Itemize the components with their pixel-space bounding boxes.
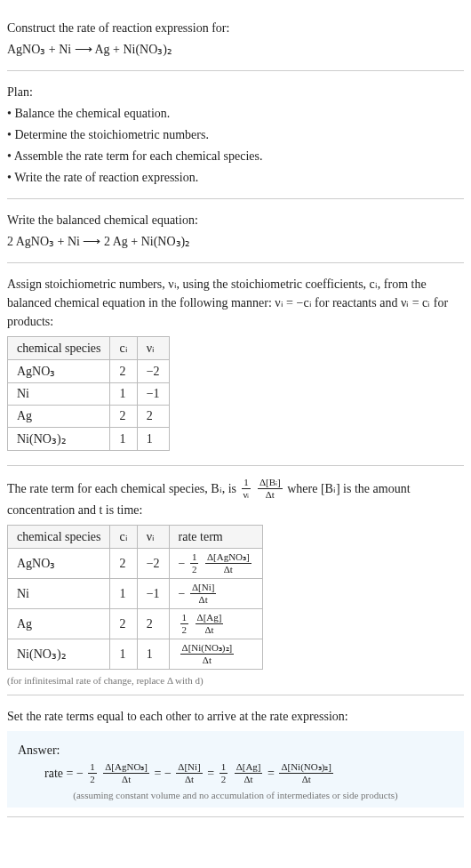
frac-den: Δt <box>180 655 235 665</box>
delta-frac: Δ[Ni] Δt <box>190 583 216 605</box>
plan-item: • Determine the stoichiometric numbers. <box>7 125 464 144</box>
frac-den: Δt <box>103 774 149 784</box>
table-row: Ni 1 −1 − Δ[Ni] Δt <box>8 579 263 609</box>
prompt-title: Construct the rate of reaction expressio… <box>7 19 464 37</box>
rateterm-header: cᵢ <box>110 526 137 549</box>
sign: − <box>179 557 186 570</box>
cell-c: 2 <box>110 549 137 579</box>
stoich-header: chemical species <box>8 337 110 360</box>
sign: − <box>76 767 84 780</box>
answer-assumption: (assuming constant volume and no accumul… <box>18 790 453 800</box>
frac-den: 2 <box>190 564 199 575</box>
cell-c: 2 <box>110 360 137 383</box>
delta-frac: Δ[Ni(NO₃)₂] Δt <box>279 762 333 784</box>
cell-v: −2 <box>137 360 169 383</box>
frac-num: 1 <box>242 478 251 489</box>
frac-den: Δt <box>205 564 251 575</box>
rateterm-section: The rate term for each chemical species,… <box>7 466 464 695</box>
cell-species: Ni <box>8 579 110 609</box>
table-row: Ni(NO₃)₂ 1 1 <box>8 428 170 451</box>
cell-rateterm: − 1 2 Δ[AgNO₃] Δt <box>169 549 262 579</box>
prompt-section: Construct the rate of reaction expressio… <box>7 7 464 71</box>
rateterm-intro-head: The rate term for each chemical species,… <box>7 482 240 495</box>
cell-species: Ni(NO₃)₂ <box>8 639 110 670</box>
frac-num: Δ[Bᵢ] <box>258 478 283 489</box>
plan-section: Plan: • Balance the chemical equation. •… <box>7 71 464 199</box>
table-row: AgNO₃ 2 −2 − 1 2 Δ[AgNO₃] Δt <box>8 549 263 579</box>
frac-den: Δt <box>279 774 333 784</box>
balanced-equation: 2 AgNO₃ + Ni ⟶ 2 Ag + Ni(NO₃)₂ <box>7 232 464 251</box>
rateterm-header: chemical species <box>8 526 110 549</box>
coef-frac: 1 2 <box>220 762 228 784</box>
delta-frac: Δ[Ag] Δt <box>235 762 263 784</box>
rate-label: rate = <box>44 767 76 780</box>
rateterm-header: rate term <box>169 526 262 549</box>
table-row: Ni 1 −1 <box>8 383 170 406</box>
cell-c: 2 <box>110 406 137 428</box>
frac-one-over-nu: 1 νᵢ <box>242 478 251 500</box>
rate-expression: rate = − 1 2 Δ[AgNO₃] Δt = − Δ[Ni] Δt = … <box>44 762 453 784</box>
frac-den: 2 <box>180 624 189 635</box>
frac-den: νᵢ <box>242 489 251 500</box>
frac-den: Δt <box>258 489 283 500</box>
delta-frac: Δ[AgNO₃] Δt <box>103 762 149 784</box>
cell-species: Ni <box>8 383 110 406</box>
frac-num: Δ[Ni(NO₃)₂] <box>180 643 235 655</box>
rateterm-table: chemical species cᵢ νᵢ rate term AgNO₃ 2… <box>7 525 263 670</box>
cell-v: −2 <box>137 549 169 579</box>
frac-delta-b: Δ[Bᵢ] Δt <box>258 478 283 500</box>
balanced-section: Write the balanced chemical equation: 2 … <box>7 199 464 263</box>
coef-frac: 1 2 <box>88 762 97 784</box>
table-row: Ni(NO₃)₂ 1 1 Δ[Ni(NO₃)₂] Δt <box>8 639 263 670</box>
rateterm-header: νᵢ <box>137 526 169 549</box>
cell-c: 1 <box>110 639 137 670</box>
frac-den: Δt <box>235 774 263 784</box>
frac-den: Δt <box>196 624 224 635</box>
final-section: Set the rate terms equal to each other t… <box>7 695 464 817</box>
answer-label: Answer: <box>18 741 453 760</box>
cell-c: 2 <box>110 609 137 639</box>
cell-rateterm: Δ[Ni(NO₃)₂] Δt <box>169 639 262 670</box>
cell-c: 1 <box>110 579 137 609</box>
frac-num: Δ[Ag] <box>196 613 224 624</box>
delta-frac: Δ[Ni(NO₃)₂] Δt <box>180 643 235 665</box>
prompt-equation: AgNO₃ + Ni ⟶ Ag + Ni(NO₃)₂ <box>7 40 464 59</box>
sign: − <box>179 587 186 600</box>
frac-num: Δ[Ni] <box>190 583 216 594</box>
cell-rateterm: 1 2 Δ[Ag] Δt <box>169 609 262 639</box>
frac-num: Δ[AgNO₃] <box>103 762 149 774</box>
coef-frac: 1 2 <box>190 552 199 575</box>
balanced-heading: Write the balanced chemical equation: <box>7 211 464 229</box>
delta-frac: Δ[AgNO₃] Δt <box>205 552 251 575</box>
stoich-section: Assign stoichiometric numbers, νᵢ, using… <box>7 263 464 466</box>
cell-v: −1 <box>137 383 169 406</box>
coef-frac: 1 2 <box>180 613 189 635</box>
frac-num: Δ[Ag] <box>235 762 263 774</box>
plan-item: • Write the rate of reaction expression. <box>7 168 464 187</box>
cell-rateterm: − Δ[Ni] Δt <box>169 579 262 609</box>
answer-box: Answer: rate = − 1 2 Δ[AgNO₃] Δt = − Δ[N… <box>7 731 464 808</box>
cell-c: 1 <box>110 383 137 406</box>
frac-den: Δt <box>176 774 202 784</box>
equals: = <box>155 767 164 780</box>
stoich-header: νᵢ <box>137 337 169 360</box>
rateterm-note: (for infinitesimal rate of change, repla… <box>7 675 464 686</box>
frac-num: 1 <box>88 762 97 774</box>
plan-item: • Balance the chemical equation. <box>7 104 464 123</box>
cell-species: AgNO₃ <box>8 549 110 579</box>
frac-den: Δt <box>190 594 216 605</box>
cell-v: 2 <box>137 609 169 639</box>
stoich-intro: Assign stoichiometric numbers, νᵢ, using… <box>7 275 464 331</box>
rateterm-intro: The rate term for each chemical species,… <box>7 478 464 519</box>
cell-species: Ni(NO₃)₂ <box>8 428 110 451</box>
cell-v: 2 <box>137 406 169 428</box>
plan-heading: Plan: <box>7 83 464 101</box>
cell-v: −1 <box>137 579 169 609</box>
stoich-table: chemical species cᵢ νᵢ AgNO₃ 2 −2 Ni 1 −… <box>7 336 170 451</box>
frac-den: 2 <box>88 774 97 784</box>
stoich-header: cᵢ <box>110 337 137 360</box>
delta-frac: Δ[Ag] Δt <box>196 613 224 635</box>
cell-species: Ag <box>8 406 110 428</box>
frac-num: Δ[AgNO₃] <box>205 552 251 564</box>
equals: = <box>207 767 217 780</box>
